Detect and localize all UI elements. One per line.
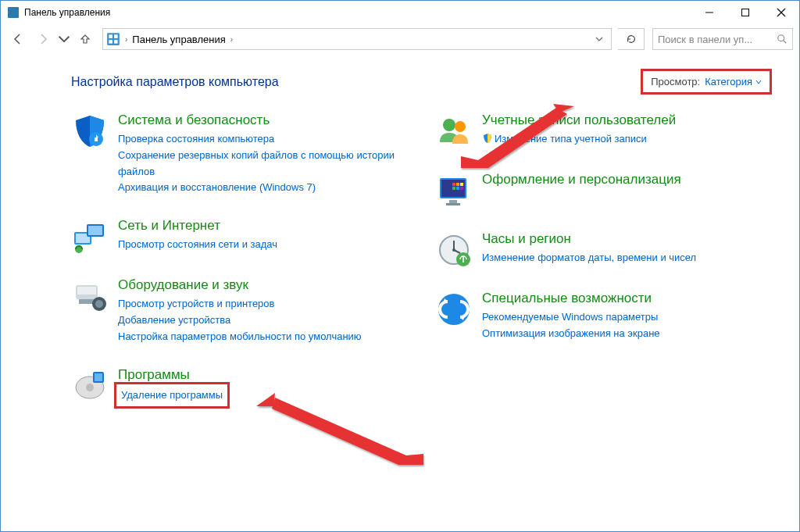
category-title[interactable]: Оформление и персонализация (482, 172, 681, 187)
svg-point-14 (778, 35, 784, 41)
svg-rect-25 (79, 299, 95, 304)
category-title[interactable]: Программы (118, 367, 226, 383)
svg-point-27 (95, 300, 103, 308)
svg-rect-12 (109, 40, 112, 44)
programs-icon (71, 367, 109, 405)
forward-button[interactable] (32, 28, 54, 50)
svg-rect-6 (742, 9, 749, 16)
category-link[interactable]: Просмотр устройств и принтеров (118, 296, 362, 312)
view-label: Просмотр: (651, 76, 700, 87)
svg-rect-13 (114, 40, 118, 44)
svg-rect-32 (95, 373, 102, 381)
svg-rect-41 (460, 183, 463, 186)
svg-point-48 (452, 248, 455, 252)
svg-rect-10 (109, 34, 112, 38)
right-column: Учетные записи пользователейИзменение ти… (435, 112, 768, 427)
svg-rect-21 (88, 226, 102, 235)
address-dropdown[interactable] (591, 35, 608, 43)
users-icon (435, 112, 473, 150)
address-bar[interactable]: › Панель управления › (102, 28, 612, 50)
category-title[interactable]: Сеть и Интернет (118, 218, 277, 234)
svg-rect-1 (9, 9, 12, 12)
svg-point-30 (86, 384, 94, 391)
svg-rect-38 (446, 203, 460, 205)
svg-rect-44 (460, 187, 463, 190)
shield-icon (71, 112, 109, 150)
category-link[interactable]: Добавление устройства (118, 312, 362, 329)
svg-rect-37 (449, 200, 457, 203)
category-body: Часы и регионИзменение форматов даты, вр… (482, 231, 696, 269)
category-title[interactable]: Оборудование и звук (118, 277, 362, 293)
category-link[interactable]: Оптимизация изображения на экране (482, 326, 660, 342)
titlebar: Панель управления (1, 1, 799, 24)
breadcrumb-root[interactable]: Панель управления (129, 34, 228, 45)
svg-rect-39 (452, 183, 455, 186)
control-panel-icon (7, 6, 20, 19)
category-title[interactable]: Специальные возможности (482, 291, 660, 306)
chevron-right-icon: › (229, 35, 234, 44)
svg-rect-40 (456, 183, 459, 186)
chevron-down-icon (755, 79, 762, 85)
category-body: Оформление и персонализация (482, 172, 681, 209)
category-body: Учетные записи пользователейИзменение ти… (482, 112, 676, 150)
recent-dropdown[interactable] (57, 28, 71, 50)
category-right-0: Учетные записи пользователейИзменение ти… (435, 112, 768, 150)
window-buttons (691, 1, 799, 24)
svg-point-33 (443, 119, 455, 131)
category-link[interactable]: Архивация и восстановление (Windows 7) (118, 180, 404, 196)
navbar: › Панель управления › Поиск в панели уп.… (1, 24, 799, 54)
category-link[interactable]: Рекомендуемые Windows параметры (482, 309, 660, 326)
header-row: Настройка параметров компьютера Просмотр… (71, 73, 768, 91)
maximize-button[interactable] (727, 1, 763, 24)
category-link[interactable]: Сохранение резервных копий файлов с помо… (118, 148, 404, 180)
category-left-1: Сеть и ИнтернетПросмотр состояния сети и… (71, 218, 404, 255)
svg-rect-2 (14, 9, 17, 12)
svg-line-15 (784, 41, 787, 44)
search-input[interactable]: Поиск в панели уп... (652, 28, 793, 50)
svg-rect-3 (9, 13, 12, 16)
category-link[interactable]: Проверка состояния компьютера (118, 131, 404, 148)
network-icon (71, 218, 109, 255)
uac-shield-icon (482, 133, 493, 144)
search-placeholder: Поиск в панели уп... (658, 34, 777, 45)
category-body: Специальные возможностиРекомендуемые Win… (482, 291, 660, 342)
category-right-1: Оформление и персонализация (435, 172, 768, 209)
category-body: Оборудование и звукПросмотр устройств и … (118, 277, 362, 345)
svg-rect-11 (114, 34, 118, 38)
category-title[interactable]: Часы и регион (482, 231, 696, 247)
category-link[interactable]: Изменение форматов даты, времени и чисел (482, 250, 696, 266)
category-left-0: Система и безопасностьПроверка состояния… (71, 112, 404, 196)
control-panel-icon (106, 32, 120, 46)
svg-rect-17 (95, 137, 98, 141)
view-selector[interactable]: Просмотр: Категория (645, 73, 768, 91)
category-link[interactable]: Изменение типа учетной записи (482, 131, 676, 148)
category-title[interactable]: Учетные записи пользователей (482, 112, 676, 128)
category-body: Система и безопасностьПроверка состояния… (118, 112, 404, 196)
category-title[interactable]: Система и безопасность (118, 112, 404, 128)
search-icon (777, 34, 788, 45)
category-link[interactable]: Настройка параметров мобильности по умол… (118, 329, 362, 345)
category-body: Сеть и ИнтернетПросмотр состояния сети и… (118, 218, 277, 255)
close-button[interactable] (763, 1, 799, 24)
refresh-button[interactable] (618, 28, 645, 50)
up-button[interactable] (74, 28, 96, 50)
category-left-3: ПрограммыУдаление программы (71, 367, 404, 405)
category-body: ПрограммыУдаление программы (118, 367, 226, 405)
category-right-2: Часы и регионИзменение форматов даты, вр… (435, 231, 768, 269)
svg-point-34 (455, 121, 466, 132)
view-value[interactable]: Категория (705, 76, 762, 87)
back-button[interactable] (7, 28, 29, 50)
hardware-icon (71, 277, 109, 315)
svg-rect-4 (14, 13, 17, 16)
category-link[interactable]: Просмотр состояния сети и задач (118, 237, 277, 253)
category-link[interactable]: Удаление программы (121, 387, 223, 404)
content: Настройка параметров компьютера Просмотр… (1, 54, 799, 531)
category-right-3: Специальные возможностиРекомендуемые Win… (435, 291, 768, 342)
svg-rect-43 (456, 187, 459, 190)
left-column: Система и безопасностьПроверка состояния… (71, 112, 404, 427)
svg-rect-42 (452, 187, 455, 190)
window: Панель управления › Панель управления › … (0, 0, 800, 532)
window-title: Панель управления (24, 7, 691, 18)
minimize-button[interactable] (691, 1, 727, 24)
category-left-2: Оборудование и звукПросмотр устройств и … (71, 277, 404, 345)
